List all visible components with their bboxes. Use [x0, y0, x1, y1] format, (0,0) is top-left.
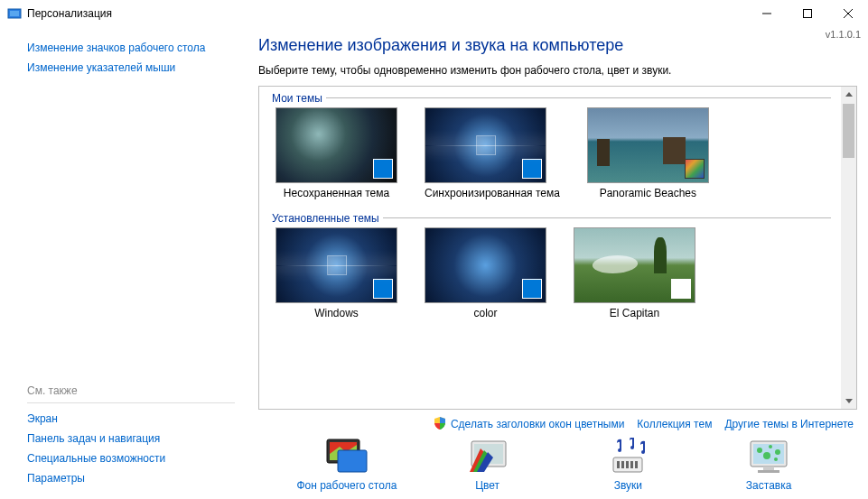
app-icon: [7, 6, 22, 21]
theme-label: Несохраненная тема: [275, 187, 397, 199]
sidebar: Изменение значков рабочего стола Изменен…: [0, 27, 253, 499]
svg-point-25: [774, 457, 778, 461]
sounds-icon: [604, 438, 651, 476]
group-installed-themes: Установленные темы: [268, 212, 383, 225]
scroll-thumb[interactable]: [843, 104, 854, 158]
svg-rect-20: [758, 470, 779, 473]
action-desktop-background[interactable]: Фон рабочего стола: [288, 438, 406, 492]
theme-thumbnail: [275, 227, 397, 303]
svg-rect-19: [763, 467, 774, 470]
svg-point-24: [775, 449, 780, 455]
links-row: Сделать заголовки окон цветными Коллекци…: [258, 410, 857, 436]
action-screensaver[interactable]: Заставка: [710, 438, 827, 492]
theme-thumbnail: [275, 107, 397, 183]
sidebar-link-settings[interactable]: Параметры: [27, 468, 253, 488]
desktop-background-icon: [323, 438, 370, 476]
theme-label: Синхронизированная тема: [425, 187, 560, 199]
svg-rect-3: [803, 10, 811, 18]
theme-thumbnail: [425, 107, 546, 183]
color-icon: [464, 438, 511, 476]
action-color[interactable]: Цвет: [429, 438, 546, 492]
screensaver-icon: [745, 438, 792, 476]
svg-point-22: [769, 445, 772, 448]
theme-el-capitan[interactable]: El Capitan: [574, 227, 695, 319]
maximize-button[interactable]: [787, 0, 827, 27]
sidebar-link-desktop-icons[interactable]: Изменение значков рабочего стола: [27, 38, 253, 58]
action-label: Фон рабочего стола: [288, 479, 406, 492]
sidebar-link-taskbar[interactable]: Панель задач и навигация: [27, 429, 253, 448]
link-colored-titles[interactable]: Сделать заголовки окон цветными: [451, 418, 624, 430]
color-swatch: [522, 279, 542, 299]
svg-point-23: [763, 452, 770, 459]
color-swatch: [671, 279, 691, 299]
color-swatch: [685, 159, 705, 179]
page-title: Изменение изображения и звука на компьют…: [258, 36, 857, 55]
action-label: Цвет: [429, 479, 546, 492]
theme-panoramic-beaches[interactable]: Panoramic Beaches: [587, 107, 709, 199]
see-also-heading: См. также: [27, 379, 253, 401]
theme-color[interactable]: color: [425, 227, 546, 319]
page-subtitle: Выберите тему, чтобы одновременно измени…: [258, 64, 857, 77]
theme-label: El Capitan: [574, 307, 695, 319]
shield-icon: [434, 417, 446, 430]
svg-rect-12: [617, 461, 620, 468]
svg-rect-13: [621, 461, 624, 468]
theme-label: color: [425, 307, 546, 319]
theme-thumbnail: [574, 227, 695, 303]
titlebar: Персонализация: [0, 0, 868, 27]
svg-rect-15: [630, 461, 633, 468]
scrollbar[interactable]: [841, 87, 856, 409]
themes-panel: Мои темы Несохраненная тема Синхронизиро…: [258, 86, 857, 410]
action-sounds[interactable]: Звуки: [569, 438, 686, 492]
scroll-up-button[interactable]: [841, 87, 856, 102]
theme-label: Windows: [275, 307, 397, 319]
color-swatch: [522, 159, 542, 179]
theme-windows[interactable]: Windows: [275, 227, 397, 319]
divider: [27, 402, 235, 403]
scroll-down-button[interactable]: [841, 393, 856, 409]
link-online-themes[interactable]: Другие темы в Интернете: [724, 418, 854, 430]
main-content: Изменение изображения и звука на компьют…: [253, 27, 868, 499]
minimize-button[interactable]: [746, 0, 787, 27]
svg-point-21: [757, 448, 762, 453]
sidebar-link-display[interactable]: Экран: [27, 409, 253, 429]
svg-rect-16: [635, 461, 638, 468]
group-my-themes: Мои темы: [268, 92, 326, 105]
theme-label: Panoramic Beaches: [587, 187, 709, 199]
version-label: v1.1.0.1: [826, 29, 861, 40]
action-label: Звуки: [569, 479, 686, 492]
window-title: Персонализация: [27, 7, 112, 20]
svg-rect-14: [626, 461, 629, 468]
link-theme-collection[interactable]: Коллекция тем: [637, 418, 712, 430]
sidebar-link-mouse-pointers[interactable]: Изменение указателей мыши: [27, 58, 253, 78]
theme-unsaved[interactable]: Несохраненная тема: [275, 107, 397, 199]
bottom-actions: Фон рабочего стола Цвет Звуки Заставка: [258, 436, 857, 492]
svg-rect-1: [10, 11, 19, 16]
sidebar-link-accessibility[interactable]: Специальные возможности: [27, 448, 253, 468]
close-button[interactable]: [827, 0, 868, 27]
theme-thumbnail: [587, 107, 709, 183]
action-label: Заставка: [710, 479, 827, 492]
svg-rect-8: [338, 450, 367, 472]
theme-thumbnail: [425, 227, 546, 303]
theme-synced[interactable]: Синхронизированная тема: [425, 107, 560, 199]
color-swatch: [373, 279, 393, 299]
color-swatch: [373, 159, 393, 179]
